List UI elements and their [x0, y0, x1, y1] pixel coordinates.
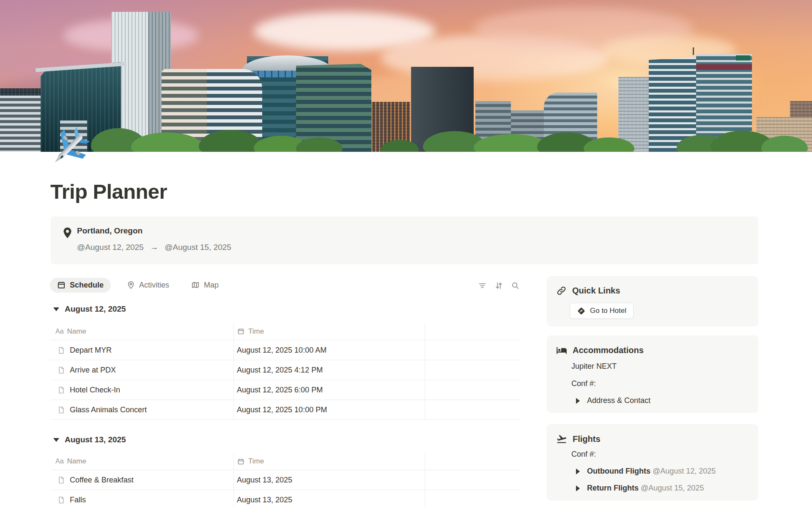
go-to-hotel-button[interactable]: Go to Hotel	[570, 303, 634, 319]
button-label: Go to Hotel	[590, 307, 626, 315]
location-callout: Portland, Oregon @August 12, 2025 → @Aug…	[51, 217, 758, 264]
collapse-toggle-icon[interactable]	[53, 307, 59, 311]
tab-map[interactable]: Map	[185, 278, 225, 293]
table-header-row: Aa Name Time	[51, 323, 521, 340]
link-icon	[556, 285, 567, 296]
arrow-right: →	[150, 243, 158, 252]
location-pin-icon	[62, 227, 73, 241]
building-red-band	[696, 64, 752, 70]
group-date: August 12, 2025	[65, 304, 126, 314]
group-date: August 13, 2025	[65, 435, 126, 444]
map-icon	[191, 281, 200, 289]
toggle-right-icon[interactable]	[576, 469, 580, 474]
toggle-right-icon[interactable]	[576, 398, 580, 404]
hotel-name: Jupiter NEXT	[571, 362, 617, 371]
column-header-time[interactable]: Time	[237, 327, 264, 336]
row-title[interactable]: Depart MYR	[70, 346, 112, 355]
row-time[interactable]: August 13, 2025	[237, 490, 292, 507]
calendar-icon	[237, 458, 244, 465]
sort-icon[interactable]	[494, 280, 504, 290]
date-mention-start[interactable]: @August 12, 2025	[77, 243, 144, 252]
row-title[interactable]: Coffee & Breakfast	[70, 476, 134, 485]
group-header-august-13[interactable]: August 13, 2025	[53, 435, 126, 444]
confirmation-label: Conf #:	[571, 379, 596, 388]
page-icon	[57, 496, 65, 504]
date-mention[interactable]: @August 15, 2025	[641, 484, 704, 492]
table-row[interactable]: Coffee & Breakfast August 13, 2025	[51, 470, 521, 490]
row-title[interactable]: Glass Animals Concert	[70, 406, 147, 414]
page-icon	[57, 406, 65, 414]
column-header-time[interactable]: Time	[237, 457, 264, 466]
toggle-label: Address & Contact	[587, 396, 650, 405]
schedule-table-august-12: Aa Name Time Depart MYR August 12, 2025 …	[51, 323, 521, 420]
page-icon	[57, 346, 65, 354]
tab-label: Schedule	[70, 281, 104, 290]
group-header-august-12[interactable]: August 12, 2025	[53, 304, 126, 314]
table-row[interactable]: Depart MYR August 12, 2025 10:00 AM	[51, 340, 521, 360]
toggle-label: Return Flights	[587, 484, 639, 492]
cover-image[interactable]	[0, 0, 812, 152]
view-tabs: Schedule Activities Map	[50, 277, 225, 293]
location-name: Portland, Oregon	[77, 226, 143, 236]
trip-planner-page: Trip Planner Portland, Oregon @August 12…	[0, 0, 812, 507]
building-sign	[736, 55, 750, 60]
collapse-toggle-icon[interactable]	[53, 438, 59, 442]
toggle-return-flights[interactable]: Return Flights @August 15, 2025	[576, 484, 704, 493]
calendar-icon	[57, 281, 66, 289]
table-row[interactable]: Glass Animals Concert August 12, 2025 10…	[51, 400, 521, 420]
toggle-right-icon[interactable]	[576, 485, 580, 491]
confirmation-label: Conf #:	[571, 450, 596, 459]
row-time[interactable]: August 12, 2025 4:12 PM	[237, 360, 323, 380]
search-icon[interactable]	[510, 280, 520, 290]
column-header-name[interactable]: Aa Name	[55, 327, 86, 336]
column-label: Time	[248, 327, 264, 336]
toggle-label: Outbound Flights	[587, 467, 650, 475]
row-time[interactable]: August 12, 2025 6:00 PM	[237, 380, 323, 400]
pin-icon	[127, 281, 135, 289]
column-label: Name	[67, 327, 86, 336]
tab-activities[interactable]: Activities	[121, 278, 175, 293]
trip-dates: @August 12, 2025 → @August 15, 2025	[77, 243, 231, 252]
row-time[interactable]: August 12, 2025 10:00 AM	[237, 340, 326, 360]
toggle-address-contact[interactable]: Address & Contact	[576, 396, 650, 405]
schedule-table-august-13: Aa Name Time Coffee & Breakfast August 1…	[51, 453, 521, 507]
airplane-emoji-art	[49, 126, 91, 169]
text-Aa-icon: Aa	[55, 458, 64, 465]
text-Aa-icon: Aa	[55, 328, 64, 335]
tab-label: Activities	[139, 281, 169, 290]
page-icon	[57, 366, 65, 374]
date-mention[interactable]: @August 12, 2025	[653, 467, 716, 475]
calendar-icon	[237, 328, 244, 335]
tab-label: Map	[204, 281, 219, 290]
bed-icon	[556, 345, 567, 356]
column-label: Name	[67, 457, 86, 466]
building-antenna	[693, 47, 694, 55]
tab-schedule[interactable]: Schedule	[50, 278, 111, 293]
table-row[interactable]: Arrive at PDX August 12, 2025 4:12 PM	[51, 360, 521, 380]
row-time[interactable]: August 12, 2025 10:00 PM	[237, 400, 327, 420]
page-icon	[57, 386, 65, 394]
card-title: Accommodations	[573, 345, 644, 355]
row-time[interactable]: August 13, 2025	[237, 470, 292, 490]
column-header-name[interactable]: Aa Name	[55, 457, 86, 466]
directions-icon	[577, 307, 586, 315]
accommodations-card: Accommodations Jupiter NEXT Conf #: Addr…	[547, 335, 758, 413]
page-icon-airplane-emoji[interactable]	[49, 126, 91, 169]
card-title: Quick Links	[572, 286, 620, 296]
row-title[interactable]: Arrive at PDX	[70, 366, 116, 375]
table-toolbar	[477, 280, 520, 290]
toggle-outbound-flights[interactable]: Outbound Flights @August 12, 2025	[576, 467, 716, 476]
flight-departure-icon	[556, 433, 567, 444]
row-title[interactable]: Hotel Check-In	[70, 386, 120, 395]
table-row[interactable]: Hotel Check-In August 12, 2025 6:00 PM	[51, 380, 521, 400]
page-title[interactable]: Trip Planner	[50, 179, 167, 204]
quick-links-card: Quick Links Go to Hotel	[547, 276, 758, 326]
page-icon	[57, 476, 65, 484]
table-row[interactable]: Falls August 13, 2025	[51, 490, 521, 507]
flights-card: Flights Conf #: Outbound Flights @August…	[547, 424, 758, 501]
row-title[interactable]: Falls	[70, 496, 86, 504]
date-mention-end[interactable]: @August 15, 2025	[165, 243, 231, 252]
filter-icon[interactable]	[477, 280, 487, 290]
card-title: Flights	[573, 434, 601, 444]
column-label: Time	[248, 457, 264, 466]
